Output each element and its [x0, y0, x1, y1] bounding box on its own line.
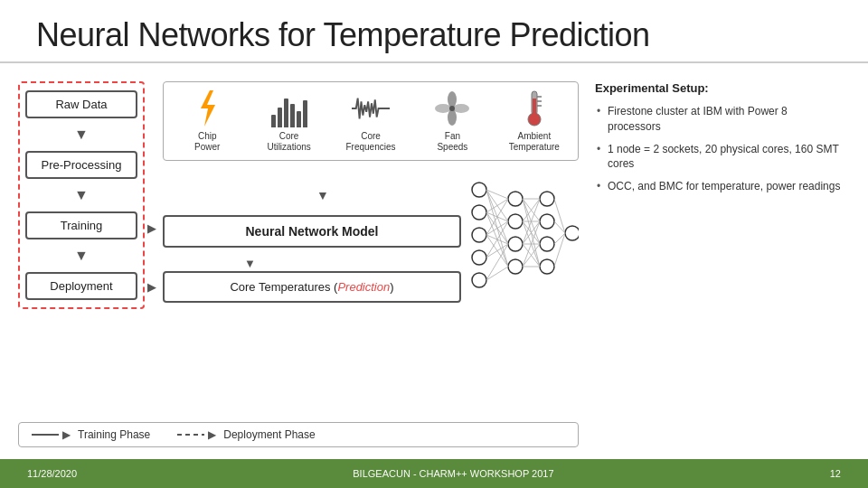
svg-point-23: [540, 214, 554, 229]
bar-chart-icon: [270, 95, 308, 127]
core-frequencies-label: CoreFrequencies: [346, 131, 396, 153]
arrow-1: ▼: [25, 127, 137, 142]
svg-point-2: [448, 91, 457, 108]
svg-rect-9: [533, 99, 536, 118]
notes-area: Experimental Setup: Firestone cluster at…: [588, 72, 850, 455]
notes-item-1: Firestone cluster at IBM with Power 8 pr…: [595, 104, 843, 135]
slide-body: Raw Data ▼ Pre-Processing ▼ Training ▼ D…: [0, 63, 868, 459]
footer-date: 11/28/2020: [27, 468, 77, 479]
footer-page: 12: [830, 468, 841, 479]
core-temperatures-box: Core Temperatures (Prediction): [163, 271, 461, 303]
diagram-area: Raw Data ▼ Pre-Processing ▼ Training ▼ D…: [18, 72, 579, 455]
h-arrow-1: ▶: [147, 221, 156, 235]
phase-legend: ▶ Training Phase ▶ Deployment Phase: [18, 422, 579, 447]
svg-point-14: [472, 205, 486, 220]
svg-point-16: [472, 250, 486, 265]
deployment-phase-legend: ▶ Deployment Phase: [177, 428, 315, 441]
preprocessing-box: Pre-Processing: [25, 151, 137, 179]
bolt-icon: [188, 89, 226, 127]
svg-point-5: [435, 104, 451, 113]
core-utilizations-label: CoreUtilizations: [267, 131, 310, 153]
svg-line-58: [554, 199, 565, 233]
dashed-line-icon: [177, 434, 204, 436]
svg-point-17: [472, 273, 486, 287]
ambient-temperature-feature: AmbientTemperature: [496, 89, 572, 153]
chip-power-label: ChipPower: [194, 131, 220, 153]
svg-point-3: [453, 104, 469, 113]
svg-point-24: [540, 237, 554, 251]
slide-title: Neural Networks for Temperature Predicti…: [36, 16, 832, 54]
chip-power-feature: ChipPower: [169, 89, 245, 153]
slide-footer: 11/28/2020 BILGEACUN - CHARM++ WORKSHOP …: [0, 459, 868, 488]
svg-point-18: [508, 192, 523, 206]
footer-workshop: BILGEACUN - CHARM++ WORKSHOP 2017: [353, 468, 553, 479]
arrow-3: ▼: [25, 249, 137, 263]
training-box: Training: [25, 211, 137, 239]
svg-point-25: [540, 259, 554, 274]
notes-item-3: OCC, and BMC for temperature, power read…: [595, 179, 843, 194]
svg-point-4: [448, 109, 457, 126]
svg-point-20: [508, 237, 523, 251]
slide: Neural Networks for Temperature Predicti…: [0, 0, 868, 488]
down-arrow-1: ▼: [316, 188, 329, 202]
svg-point-15: [472, 228, 486, 242]
deployment-box: Deployment: [25, 272, 137, 300]
feature-row: ChipPower CoreUtilizations: [163, 81, 579, 161]
nn-model-box: Neural Network Model: [163, 215, 461, 248]
svg-point-19: [508, 214, 523, 229]
solid-line-icon: [32, 434, 59, 436]
nn-diagram: [466, 163, 579, 316]
svg-point-22: [540, 192, 554, 206]
prediction-label: Prediction: [337, 280, 390, 294]
left-pipeline: Raw Data ▼ Pre-Processing ▼ Training ▼ D…: [18, 81, 145, 309]
fan-icon: [433, 89, 471, 127]
svg-line-42: [486, 267, 508, 280]
fan-speeds-label: FanSpeeds: [437, 131, 467, 153]
notes-title: Experimental Setup:: [595, 81, 843, 95]
training-phase-label: Training Phase: [78, 428, 150, 441]
arrow-2: ▼: [25, 188, 137, 202]
arrow-solid-icon: ▶: [62, 428, 71, 441]
svg-point-13: [472, 183, 486, 197]
down-arrow-2: ▼: [244, 257, 256, 270]
svg-point-26: [565, 226, 579, 240]
training-phase-legend: ▶ Training Phase: [32, 428, 150, 441]
core-frequencies-feature: CoreFrequencies: [333, 89, 409, 153]
waveform-icon: [352, 89, 390, 127]
arrow-dashed-icon: ▶: [208, 428, 216, 441]
h-arrow-2: ▶: [147, 280, 156, 294]
notes-item-2: 1 node = 2 sockets, 20 physical cores, 1…: [595, 142, 843, 173]
ambient-temperature-label: AmbientTemperature: [509, 131, 560, 153]
raw-data-box: Raw Data: [25, 90, 137, 118]
deployment-phase-label: Deployment Phase: [223, 428, 315, 441]
svg-point-21: [508, 259, 523, 274]
svg-point-6: [449, 106, 455, 111]
fan-speeds-feature: FanSpeeds: [414, 89, 490, 153]
svg-marker-0: [201, 90, 215, 127]
thermometer-icon: [515, 89, 553, 127]
svg-line-36: [486, 221, 508, 235]
notes-list: Firestone cluster at IBM with Power 8 pr…: [595, 104, 843, 194]
slide-header: Neural Networks for Temperature Predicti…: [0, 0, 868, 63]
core-utilizations-feature: CoreUtilizations: [250, 95, 326, 153]
